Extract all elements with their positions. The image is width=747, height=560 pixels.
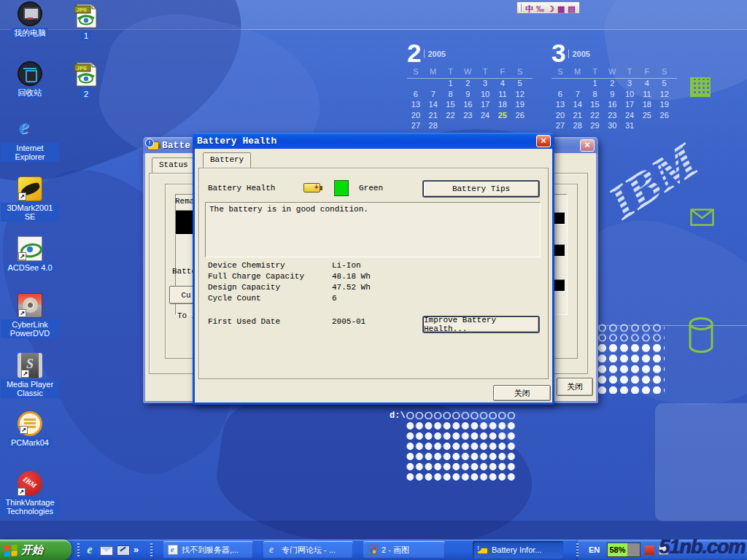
battery-health-icon (303, 183, 320, 192)
calendar-day: 25 (638, 111, 656, 122)
close-button[interactable]: 关闭 (557, 378, 593, 396)
ime-punctuation-icon[interactable]: ☽ (547, 4, 554, 13)
overflow-chevron-icon[interactable]: » (133, 543, 147, 556)
weekday-label: T (476, 67, 494, 78)
language-bar[interactable]: 中‰☽▦▤ (516, 1, 580, 14)
first-used-label: First Used Date (208, 317, 332, 326)
tray-grip (576, 543, 578, 556)
acdsee-icon: ↗ (18, 236, 42, 261)
quick-launch-grip[interactable] (150, 543, 152, 556)
calendar-week-row: 2728293031 (551, 121, 677, 132)
improve-battery-health-button[interactable]: Improve Battery Health... (423, 316, 539, 332)
outlook-express-icon[interactable] (100, 546, 113, 556)
close-icon[interactable]: × (536, 135, 551, 147)
calendar-day: 13 (407, 100, 425, 111)
calendar-day: 21 (569, 111, 587, 122)
task-button-area: 找不到服务器,...专门网论坛 - ...2 - 画图Battery Infor… (163, 541, 563, 559)
ime-chinese-mode-icon[interactable]: 中 (525, 4, 533, 13)
jpg-file[interactable]: JPG2 (69, 61, 104, 99)
pcmark04-icon: ↗ (18, 411, 42, 436)
show-desktop-icon[interactable] (117, 545, 130, 556)
ime-width-toggle-icon[interactable]: ‰ (536, 4, 544, 13)
battery-tips-button[interactable]: Battery Tips (423, 181, 539, 197)
calendar-day: 17 (476, 100, 494, 111)
desktop-icon-my-computer[interactable]: 我的电脑 (0, 1, 60, 38)
shortcut-arrow-icon: ↗ (18, 309, 26, 317)
calendar-day: 5 (511, 79, 529, 90)
language-bar-grip[interactable] (519, 4, 522, 12)
calendar-day: 28 (425, 121, 442, 132)
desktop-icon-3dmark2001-se[interactable]: ↗3DMark2001 SE (0, 176, 60, 222)
calendar-day: 27 (551, 121, 569, 132)
language-indicator[interactable]: EN (589, 545, 600, 554)
3dmark2001-se-icon: ↗ (18, 176, 42, 201)
calendar-day: 31 (621, 121, 638, 132)
desktop-icon-pcmark04[interactable]: ↗PCMark04 (0, 411, 60, 448)
calendar-weekday-row: SMTWTFS (407, 67, 533, 79)
taskbar-task-paint[interactable]: 2 - 画图 (363, 541, 445, 559)
calendar-day: 11 (638, 90, 656, 101)
calendar-day: 1 (442, 79, 460, 90)
shortcut-arrow-icon: ↗ (18, 192, 26, 201)
desktop-icon-label: 回收站 (16, 88, 44, 98)
calendar-day: 24 (621, 111, 638, 122)
desktop-icon-label: 我的电脑 (12, 28, 48, 38)
calendar-month-header: 22005 (407, 41, 533, 67)
dialog-titlebar[interactable]: Battery Health × (193, 133, 554, 149)
close-button[interactable]: 关闭 (493, 385, 551, 401)
battery-details: Device ChemistryLi-IonFull Charge Capaci… (208, 261, 371, 305)
calendar-day: 21 (425, 111, 442, 122)
detail-label: Cycle Count (208, 294, 332, 305)
desktop-icon-recycle-bin[interactable]: 回收站 (0, 61, 60, 98)
desktop-icon-mpc[interactable]: S↗Media Player Classic (0, 353, 60, 398)
health-status-swatch (334, 180, 349, 196)
detail-label: Design Capacity (208, 283, 332, 294)
calendar-day: 22 (442, 111, 460, 122)
desktop-icon-thinkvantage[interactable]: IBM↗ThinkVantage Technologies (0, 471, 60, 516)
my-computer-icon (18, 1, 42, 26)
desktop-icon-internet-explorer[interactable]: eInternet Explorer (0, 117, 60, 162)
taskbar-task-battery[interactable]: Battery Infor... (473, 541, 563, 559)
battery-icon (477, 548, 488, 554)
calendar-day: 5 (656, 79, 673, 90)
tab-battery[interactable]: Battery (203, 152, 251, 168)
tray-battery-meter[interactable]: 58% (607, 542, 640, 557)
ie-icon[interactable]: e (83, 543, 96, 556)
taskbar-task-ie-page[interactable]: 找不到服务器,... (163, 541, 253, 559)
detail-value: 6 (332, 294, 337, 305)
quick-launch-grip[interactable] (77, 543, 80, 556)
start-button[interactable]: 开始 (0, 540, 71, 560)
calendar-month-header: 32005 (551, 41, 677, 67)
weekday-label: F (638, 67, 656, 78)
close-icon[interactable]: × (580, 139, 595, 152)
jpg-file[interactable]: JPG1 (69, 3, 104, 41)
desktop-icon-label: ACDSee 4.0 (5, 262, 54, 273)
ime-pad-icon[interactable]: ▤ (568, 4, 575, 13)
calendar-day: 12 (511, 90, 529, 101)
desktop-icon-label: Media Player Classic (1, 379, 59, 398)
jpg-thumbnail-icon: JPG (74, 3, 98, 29)
tab-status[interactable]: Status (152, 158, 196, 173)
detail-row: Cycle Count6 (208, 294, 371, 305)
calendar-day: 23 (459, 111, 476, 122)
thinkvantage-icon: IBM↗ (18, 471, 42, 496)
wallpaper-panel (655, 403, 747, 521)
calendar-day: 27 (407, 121, 425, 132)
calendar-day: 2 (459, 79, 476, 90)
taskbar-task-ie[interactable]: 专门网论坛 - ... (263, 541, 353, 559)
ie-page-icon (168, 545, 178, 555)
desktop-icon-acdsee[interactable]: ↗ACDSee 4.0 (0, 236, 60, 273)
keyboard-icon[interactable]: ▦ (557, 4, 565, 13)
weekday-label: T (621, 67, 638, 78)
paint-icon (368, 545, 378, 555)
wallpaper-calendar-february: 22005SMTWTFS1234567891011121314151617181… (407, 41, 533, 132)
desktop-icon-powerdvd[interactable]: ↗CyberLink PowerDVD (0, 293, 60, 338)
calendar-day: 10 (476, 90, 494, 101)
task-label: 专门网论坛 - ... (282, 545, 336, 556)
cylinder-icon (687, 316, 715, 357)
calendar-day: 29 (587, 121, 604, 132)
calendar-week-row: 13141516171819 (551, 100, 677, 111)
jpg-thumbnail-icon: JPG (74, 61, 98, 88)
calendar-day: 6 (407, 90, 425, 101)
tray-icon[interactable] (645, 545, 654, 555)
